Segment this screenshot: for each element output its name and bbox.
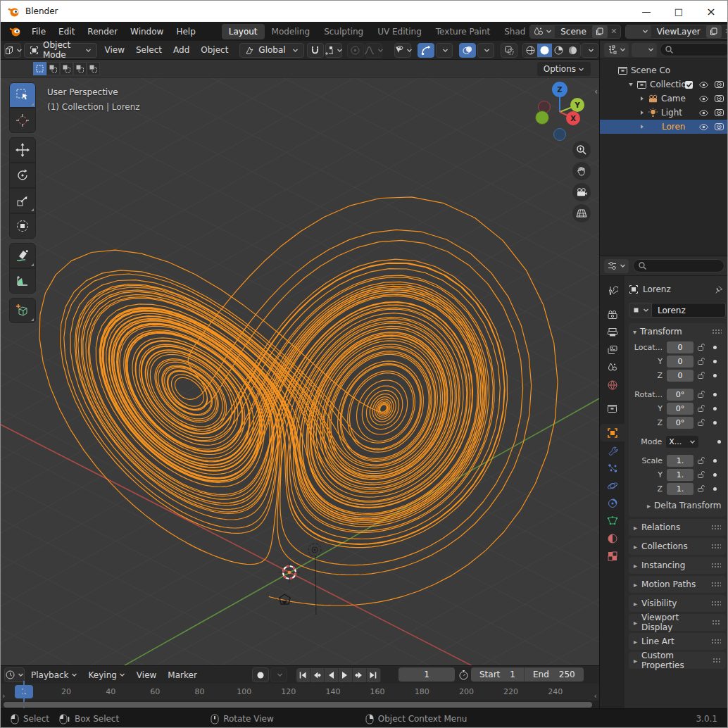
- panel-grip[interactable]: [712, 329, 722, 334]
- hide-eye-toggle[interactable]: [698, 95, 709, 103]
- transport-play-button[interactable]: [339, 668, 353, 682]
- transport-jump-start-button[interactable]: [296, 668, 310, 682]
- panel-relations[interactable]: ▸Relations: [629, 519, 726, 536]
- animate-dot[interactable]: [708, 407, 722, 410]
- keying-dropdown[interactable]: [270, 667, 287, 682]
- object-type-dropdown[interactable]: [629, 303, 652, 318]
- select-mode-extend[interactable]: [46, 62, 60, 75]
- panel-grip[interactable]: [712, 620, 721, 625]
- panel-grip[interactable]: [713, 658, 721, 663]
- panel-grip[interactable]: [711, 563, 721, 568]
- disable-render-toggle[interactable]: [714, 80, 724, 89]
- gizmo-dropdown[interactable]: [436, 43, 453, 58]
- nav-pan-button[interactable]: [572, 162, 591, 180]
- viewport-menu-select[interactable]: Select: [130, 42, 168, 58]
- timeline-menu-view[interactable]: View: [131, 670, 162, 680]
- minimize-button[interactable]: —: [630, 1, 663, 22]
- tool-add-cube[interactable]: [9, 298, 36, 323]
- disable-render-toggle[interactable]: [714, 108, 724, 117]
- tool-cursor[interactable]: [9, 108, 36, 133]
- nav-zoom-button[interactable]: [572, 141, 591, 159]
- options-button[interactable]: Options: [537, 62, 591, 76]
- lock-toggle[interactable]: [694, 343, 708, 351]
- lock-toggle[interactable]: [694, 390, 708, 398]
- view-layer-selector[interactable]: ViewLayer ✕: [625, 25, 728, 39]
- select-mode-invert[interactable]: [73, 62, 87, 75]
- gizmo-z-axis[interactable]: Z: [552, 82, 567, 97]
- hide-eye-toggle[interactable]: [698, 123, 709, 131]
- outliner-search[interactable]: [660, 43, 728, 56]
- panel-collections[interactable]: ▸Collections: [629, 538, 726, 555]
- timeline-editor-type-button[interactable]: [4, 667, 25, 682]
- properties-search-input[interactable]: [650, 261, 706, 271]
- properties-tab-view-layer[interactable]: [600, 341, 625, 358]
- outliner-row-light[interactable]: Light: [600, 106, 728, 120]
- gizmo-neg-y-axis[interactable]: [535, 111, 549, 125]
- panel-custom-properties[interactable]: ▸Custom Properties: [629, 652, 726, 669]
- panel-grip[interactable]: [711, 525, 721, 530]
- panel-grip[interactable]: [711, 601, 721, 606]
- hide-eye-toggle[interactable]: [698, 81, 709, 89]
- panel-motion-paths[interactable]: ▸Motion Paths: [629, 576, 726, 593]
- scene-name[interactable]: Scene: [555, 27, 592, 37]
- properties-tab-object-data[interactable]: [600, 512, 625, 529]
- expander-icon[interactable]: [628, 82, 634, 87]
- breadcrumb-object-name[interactable]: Lorenz: [643, 284, 671, 294]
- value-field[interactable]: 1.: [667, 483, 694, 495]
- tool-select-box[interactable]: [9, 82, 36, 108]
- tool-transform[interactable]: [9, 213, 36, 239]
- workspace-tab-shading[interactable]: Shading: [497, 24, 525, 39]
- select-mode-intersect[interactable]: [87, 62, 100, 75]
- properties-tab-modifiers[interactable]: [600, 441, 625, 459]
- animate-dot[interactable]: [708, 346, 722, 349]
- transport-next-keyframe-button[interactable]: [353, 668, 367, 682]
- show-gizmo-toggle[interactable]: [418, 43, 434, 58]
- timeline-menu-keying[interactable]: Keying: [83, 670, 131, 680]
- current-frame-field[interactable]: 1: [398, 667, 455, 682]
- workspace-tab-layout[interactable]: Layout: [222, 24, 265, 39]
- outliner-item-label[interactable]: Collection: [650, 80, 689, 89]
- hide-eye-toggle[interactable]: [698, 109, 709, 117]
- panel-visibility[interactable]: ▸Visibility: [629, 595, 726, 612]
- properties-tab-scene[interactable]: [600, 358, 625, 376]
- scene-icon[interactable]: [530, 25, 555, 39]
- lock-toggle[interactable]: [694, 470, 708, 479]
- outliner-filter-button[interactable]: [632, 43, 657, 57]
- properties-tab-object[interactable]: [600, 424, 625, 441]
- nav-perspective-button[interactable]: [572, 204, 591, 222]
- value-field[interactable]: 0: [667, 356, 694, 368]
- workspace-tab-modeling[interactable]: Modeling: [265, 24, 318, 39]
- tool-measure[interactable]: [9, 268, 36, 294]
- viewport-menu-add[interactable]: Add: [168, 42, 195, 58]
- outliner-item-label[interactable]: Came: [661, 94, 686, 103]
- scene-selector[interactable]: Scene ✕: [529, 25, 621, 39]
- outliner-row-came[interactable]: Came: [600, 92, 728, 106]
- collection-checkbox[interactable]: [684, 80, 694, 89]
- properties-tab-particles[interactable]: [600, 459, 625, 477]
- value-field[interactable]: 0°: [667, 389, 694, 401]
- disable-render-toggle[interactable]: [714, 123, 724, 131]
- animate-dot[interactable]: [708, 473, 722, 477]
- mode-dropdown[interactable]: X...: [666, 436, 698, 448]
- outliner-row-scene-collect[interactable]: Scene Collect: [600, 63, 728, 77]
- gizmo-neg-z-axis[interactable]: [553, 128, 566, 141]
- value-field[interactable]: 0°: [667, 403, 694, 415]
- menu-edit[interactable]: Edit: [52, 24, 81, 39]
- workspace-tab-uv-editing[interactable]: UV Editing: [370, 24, 429, 39]
- snap-settings-dropdown[interactable]: [325, 43, 342, 58]
- select-mode-subtract[interactable]: [60, 62, 73, 75]
- outliner-search-input[interactable]: [677, 44, 726, 55]
- lock-toggle[interactable]: [694, 371, 708, 379]
- maximize-button[interactable]: □: [663, 1, 695, 22]
- properties-editor-type-button[interactable]: [604, 259, 629, 273]
- panel-line-art[interactable]: ▸Line Art: [629, 633, 726, 650]
- lock-toggle[interactable]: [694, 404, 708, 413]
- viewport-menu-object[interactable]: Object: [195, 42, 234, 58]
- lock-toggle[interactable]: [694, 418, 708, 427]
- proportional-edit-button[interactable]: [347, 43, 364, 58]
- blender-logo-icon[interactable]: [9, 26, 21, 37]
- transport-play-reverse-button[interactable]: [325, 668, 339, 682]
- nav-camera-button[interactable]: [572, 183, 591, 201]
- visibility-dropdown[interactable]: [394, 43, 411, 58]
- shading-dropdown[interactable]: [582, 43, 598, 58]
